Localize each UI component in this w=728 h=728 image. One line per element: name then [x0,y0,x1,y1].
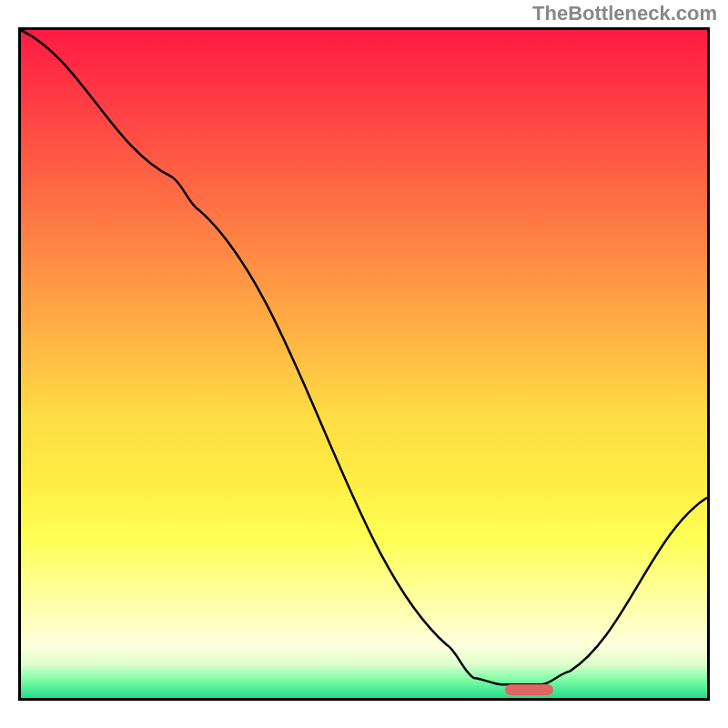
chart-curve-line [21,30,707,684]
watermark-text: TheBottleneck.com [532,2,717,25]
chart-svg [21,30,707,698]
chart-plot-area [18,27,710,701]
chart-optimal-marker [505,684,553,695]
